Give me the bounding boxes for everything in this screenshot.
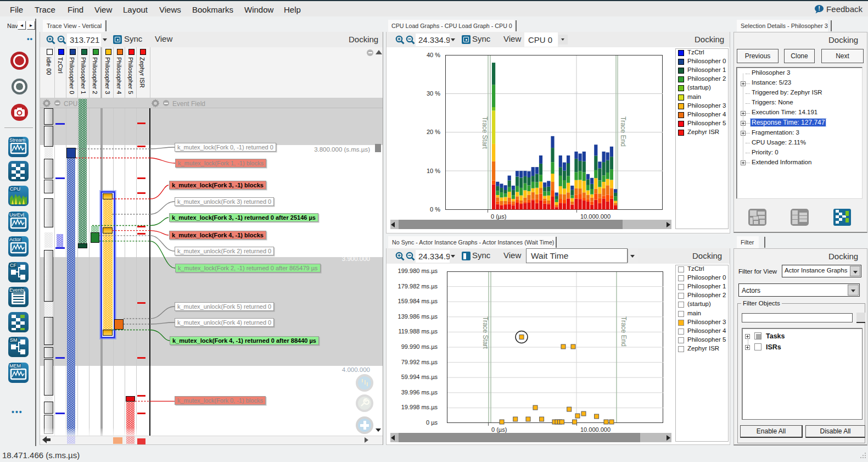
svg-text:SM: SM xyxy=(10,337,18,343)
svg-text:UsrEvt: UsrEvt xyxy=(9,212,24,218)
svg-text:CPU: CPU xyxy=(10,186,20,192)
svg-text:Events: Events xyxy=(9,287,25,293)
svg-text:Actor: Actor xyxy=(9,237,21,242)
svg-text:!: ! xyxy=(818,5,820,12)
svg-text:Stream: Stream xyxy=(9,137,25,143)
svg-text:MEM: MEM xyxy=(9,363,21,369)
svg-text:CF: CF xyxy=(10,263,16,268)
